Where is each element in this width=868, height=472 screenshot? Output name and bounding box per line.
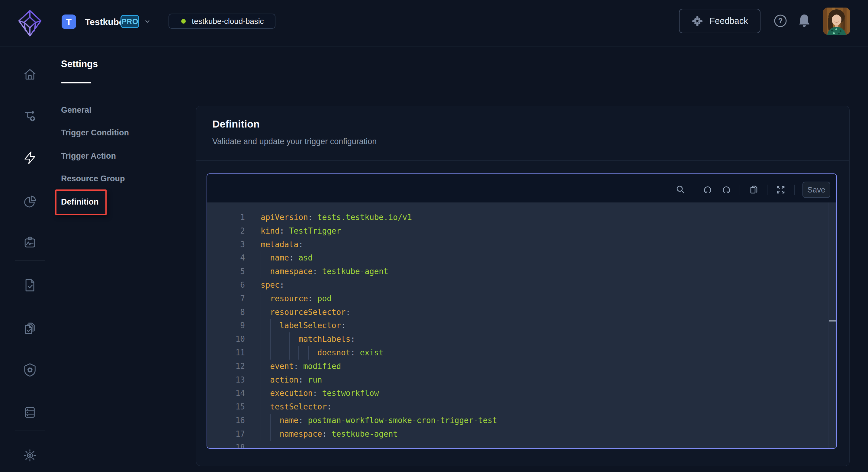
code-line[interactable]: 13 action: run bbox=[207, 373, 836, 387]
code-line[interactable]: 7 resource: pod bbox=[207, 292, 836, 305]
line-number: 10 bbox=[207, 332, 245, 346]
line-number: 3 bbox=[207, 238, 245, 252]
indent-guide bbox=[289, 346, 290, 360]
indent-guide bbox=[261, 386, 261, 400]
sidebar-divider bbox=[15, 260, 45, 261]
copy-icon[interactable] bbox=[748, 184, 759, 195]
code-line[interactable]: 11 doesnot: exist bbox=[207, 346, 836, 360]
code-line[interactable]: 4 name: asd bbox=[207, 251, 836, 265]
panel-divider bbox=[196, 160, 849, 161]
code-line[interactable]: 8 resourceSelector: bbox=[207, 305, 836, 319]
triggers-bolt-icon[interactable] bbox=[23, 151, 37, 165]
line-number: 11 bbox=[207, 346, 245, 360]
indent-guide bbox=[261, 251, 261, 265]
code-line[interactable]: 10 matchLabels: bbox=[207, 332, 836, 346]
code-line[interactable]: 9 labelSelector: bbox=[207, 319, 836, 332]
code-line[interactable]: 14 execution: testworkflow bbox=[207, 386, 836, 400]
redo-icon[interactable] bbox=[721, 184, 732, 195]
overview-ruler-marker[interactable] bbox=[829, 320, 836, 322]
line-number: 5 bbox=[207, 265, 245, 278]
test-document-icon[interactable] bbox=[23, 278, 37, 292]
test-suites-icon[interactable] bbox=[23, 321, 37, 335]
line-number: 18 bbox=[207, 441, 245, 448]
code-line[interactable]: 5 namespace: testkube-agent bbox=[207, 265, 836, 278]
line-content: name: postman-workflow-smoke-cron-trigge… bbox=[261, 414, 836, 427]
app-window: T Testkube PRO testkube-cloud-basic bbox=[0, 0, 868, 472]
code-line[interactable]: 6spec: bbox=[207, 278, 836, 292]
feedback-label: Feedback bbox=[709, 16, 748, 26]
code-line[interactable]: 17 namespace: testkube-agent bbox=[207, 427, 836, 441]
line-number: 9 bbox=[207, 319, 245, 332]
active-tab-underline bbox=[61, 82, 91, 83]
editor-toolbar: Save bbox=[207, 174, 836, 203]
code-line[interactable]: 15 testSelector: bbox=[207, 400, 836, 414]
line-number: 13 bbox=[207, 373, 245, 387]
editor-body[interactable]: 1apiVersion: tests.testkube.io/v12kind: … bbox=[207, 203, 836, 448]
search-icon[interactable] bbox=[675, 184, 686, 195]
sources-server-icon[interactable] bbox=[23, 406, 37, 419]
code-line[interactable]: 16 name: postman-workflow-smoke-cron-tri… bbox=[207, 414, 836, 427]
environment-selector[interactable]: testkube-cloud-basic bbox=[168, 13, 275, 29]
home-icon[interactable] bbox=[23, 67, 37, 81]
panel-subtitle: Validate and update your trigger configu… bbox=[212, 137, 377, 146]
line-number: 12 bbox=[207, 360, 245, 373]
pie-chart-icon[interactable] bbox=[23, 195, 37, 208]
line-content: event: modified bbox=[261, 360, 836, 373]
feedback-button[interactable]: Feedback bbox=[679, 9, 761, 33]
line-number: 16 bbox=[207, 414, 245, 427]
line-number: 7 bbox=[207, 292, 245, 305]
annotation-highlight-box bbox=[55, 189, 106, 215]
line-content: metadata: bbox=[261, 238, 836, 252]
settings-nav-item-general[interactable]: General bbox=[61, 106, 92, 115]
line-content: action: run bbox=[261, 373, 836, 387]
settings-nav-item-trigger-action[interactable]: Trigger Action bbox=[61, 151, 116, 161]
executors-shield-icon[interactable] bbox=[23, 363, 37, 377]
save-button[interactable]: Save bbox=[803, 182, 830, 198]
plan-badge: PRO bbox=[121, 15, 139, 28]
indent-guide bbox=[280, 332, 280, 346]
code-line[interactable]: 2kind: TestTrigger bbox=[207, 224, 836, 238]
indent-guide bbox=[299, 346, 299, 360]
indent-guide bbox=[261, 427, 261, 441]
line-number: 2 bbox=[207, 224, 245, 238]
indent-guide bbox=[270, 346, 271, 360]
bell-icon[interactable] bbox=[798, 13, 810, 28]
undo-icon[interactable] bbox=[702, 184, 713, 195]
health-monitor-icon[interactable] bbox=[23, 236, 37, 249]
slack-icon bbox=[691, 15, 704, 27]
code-line[interactable]: 3metadata: bbox=[207, 238, 836, 252]
settings-gear-icon[interactable] bbox=[23, 448, 37, 462]
line-content: apiVersion: tests.testkube.io/v1 bbox=[261, 211, 836, 224]
chevron-down-icon[interactable] bbox=[144, 18, 151, 25]
line-content: spec: bbox=[261, 278, 836, 292]
line-content: kind: TestTrigger bbox=[261, 224, 836, 238]
code-line[interactable]: 1apiVersion: tests.testkube.io/v1 bbox=[207, 211, 836, 224]
toolbar-divider bbox=[767, 185, 768, 195]
settings-nav-title[interactable]: Settings bbox=[61, 59, 98, 69]
code-line[interactable]: 12 event: modified bbox=[207, 360, 836, 373]
line-content: resourceSelector: bbox=[261, 305, 836, 319]
testkube-logo-icon[interactable] bbox=[17, 7, 43, 39]
svg-text:?: ? bbox=[778, 17, 783, 25]
env-name: testkube-cloud-basic bbox=[192, 17, 264, 26]
indent-guide bbox=[261, 373, 261, 387]
expand-icon[interactable] bbox=[775, 184, 786, 195]
org-avatar[interactable]: T bbox=[62, 14, 76, 29]
yaml-editor[interactable]: Save 1apiVersion: tests.testkube.io/v12k… bbox=[207, 173, 837, 449]
help-icon[interactable]: ? bbox=[773, 14, 787, 28]
settings-nav-item-resource-group[interactable]: Resource Group bbox=[61, 174, 125, 183]
line-content: namespace: testkube-agent bbox=[261, 427, 836, 441]
top-header: T Testkube PRO testkube-cloud-basic bbox=[0, 0, 868, 47]
create-test-icon[interactable] bbox=[23, 109, 37, 123]
settings-nav-item-trigger-condition[interactable]: Trigger Condition bbox=[61, 128, 129, 138]
indent-guide bbox=[261, 305, 261, 319]
indent-guide bbox=[270, 427, 271, 441]
org-name[interactable]: Testkube bbox=[85, 17, 124, 27]
indent-guide bbox=[261, 400, 261, 414]
indent-guide bbox=[289, 332, 290, 346]
indent-guide bbox=[270, 332, 271, 346]
scrollbar-gutter-line bbox=[828, 203, 829, 448]
code-line[interactable]: 18 bbox=[207, 441, 836, 448]
indent-guide bbox=[261, 265, 261, 278]
user-avatar[interactable] bbox=[823, 7, 850, 35]
